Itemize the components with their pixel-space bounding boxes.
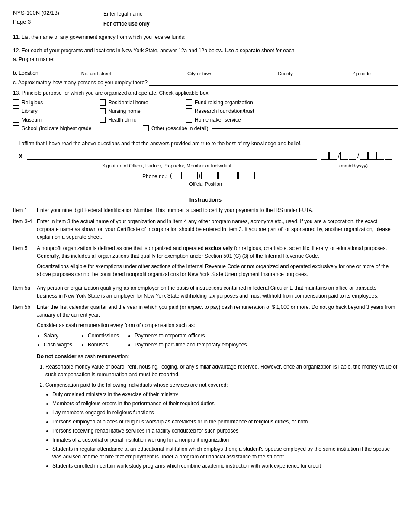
checkbox-other-label: Other (describe in detail) [151, 125, 208, 131]
checkbox-museum[interactable]: Museum [13, 117, 100, 123]
checkbox-research-box[interactable] [186, 108, 192, 114]
item-5-label: Item 5 [13, 244, 37, 281]
date-box-1[interactable] [321, 152, 329, 160]
phone-box-9[interactable] [247, 172, 255, 179]
item-5-text-2: Organizations eligible for exemptions un… [37, 263, 398, 278]
official-position-line[interactable] [19, 179, 140, 179]
date-box-3[interactable] [340, 152, 348, 160]
affirmation-box: I affirm that I have read the above ques… [13, 135, 398, 191]
sub-bullet-2: Members of religious orders in the perfo… [52, 400, 398, 407]
q12-text: 12. For each of your programs and locati… [13, 47, 398, 54]
phone-box-5[interactable] [210, 172, 218, 179]
date-box-6[interactable] [368, 152, 376, 160]
checkbox-row-3: Museum Health clinic Homemaker service [13, 117, 398, 123]
item-5b-label: Item 5b [13, 303, 37, 471]
phone-box-1[interactable] [173, 172, 180, 179]
checkbox-library-box[interactable] [13, 108, 19, 114]
item-5a-text: Any person or organization qualifying as… [37, 285, 379, 299]
checkbox-nursing[interactable]: Nursing home [100, 108, 186, 114]
county-field: County [249, 64, 321, 76]
checkbox-fundraising[interactable]: Fund raising organization [186, 99, 307, 106]
bullet-commissions: Commissions [88, 332, 119, 340]
q12b-label: b. Location: [13, 70, 40, 76]
do-not-consider-text: Do not consider as cash remuneration: [37, 353, 398, 360]
checkbox-homemaker[interactable]: Homemaker service [186, 117, 307, 123]
county-input[interactable] [247, 64, 320, 71]
question-11: 11. List the name of any government agen… [13, 33, 398, 43]
checkbox-other[interactable]: Other (describe in detail) [143, 125, 398, 131]
header-section: NYS-100N (02/13) Page 3 Enter legal name… [13, 9, 398, 29]
checkbox-library[interactable]: Library [13, 108, 100, 114]
q11-text: 11. List the name of any government agen… [13, 33, 398, 41]
sub-bullet-3: Lay members engaged in religious functio… [52, 409, 398, 417]
checkbox-health-label: Health clinic [108, 117, 136, 123]
checkbox-other-box[interactable] [143, 125, 149, 131]
checkbox-homemaker-label: Homemaker service [195, 117, 241, 123]
checkbox-school-box[interactable] [13, 125, 19, 131]
city-input[interactable] [153, 64, 244, 71]
date-box-5[interactable] [360, 152, 368, 160]
question-13: 13. Principle purpose for which you are … [13, 89, 398, 131]
checkbox-row-1: Religious Residential home Fund raising … [13, 99, 398, 106]
checkbox-religious-label: Religious [22, 99, 43, 106]
phone-box-7[interactable] [230, 172, 238, 179]
checkbox-museum-label: Museum [22, 117, 42, 123]
checkbox-residential[interactable]: Residential home [100, 99, 186, 106]
zip-input[interactable] [324, 64, 396, 71]
paren-close: ) [199, 173, 200, 179]
slash-1: / [338, 152, 340, 160]
date-format-label: (mm/dd/yyyy) [315, 163, 392, 168]
phone-box-10[interactable] [256, 172, 263, 179]
checkbox-health-box[interactable] [100, 117, 106, 123]
checkbox-fundraising-box[interactable] [186, 99, 192, 106]
signature-line[interactable] [27, 159, 317, 160]
bullet-cols: Salary Cash wages Commissions Bonuses Pa… [37, 332, 398, 350]
q12c-text: c. Approximately how many persons do you… [13, 80, 148, 86]
checkbox-religious-box[interactable] [13, 99, 19, 106]
phone-box-3[interactable] [190, 172, 198, 179]
checkbox-library-label: Library [22, 108, 38, 114]
checkbox-health[interactable]: Health clinic [100, 117, 186, 123]
sub-bullet-1: Duly ordained ministers in the exercise … [52, 391, 398, 398]
checkbox-homemaker-box[interactable] [186, 117, 192, 123]
checkbox-nursing-box[interactable] [100, 108, 106, 114]
date-box-8[interactable] [385, 152, 392, 160]
checkbox-nursing-label: Nursing home [108, 108, 141, 114]
form-id-section: NYS-100N (02/13) Page 3 [13, 9, 100, 29]
bullet-bonuses: Bonuses [88, 341, 119, 349]
street-input[interactable] [40, 64, 149, 71]
phone-label: Phone no.: [142, 173, 167, 179]
date-box-4[interactable] [349, 152, 356, 160]
checkbox-museum-box[interactable] [13, 117, 19, 123]
phone-box-2[interactable] [181, 172, 189, 179]
checkbox-religious[interactable]: Religious [13, 99, 100, 106]
checkbox-research[interactable]: Research foundation/trust [186, 108, 307, 114]
numbered-list: Reasonable money value of board, rent, h… [45, 363, 398, 470]
checkbox-residential-box[interactable] [100, 99, 106, 106]
sub-bullet-5: Persons receiving rehabilitative service… [52, 427, 398, 435]
dash: - [227, 173, 229, 179]
phone-box-6[interactable] [218, 172, 226, 179]
program-name-input[interactable] [56, 62, 398, 62]
date-box-2[interactable] [329, 152, 337, 160]
item-5b-row: Item 5b Enter the first calendar quarter… [13, 303, 398, 471]
sub-bullet-list: Duly ordained ministers in the exercise … [52, 391, 398, 470]
bullet-col-1: Salary Cash wages [44, 332, 72, 350]
zip-label: Zip code [353, 71, 371, 76]
phone-box-8[interactable] [238, 172, 246, 179]
employ-input[interactable] [149, 85, 398, 86]
legal-name-field[interactable]: Enter legal name [100, 9, 398, 19]
q12a-label: a. Program name: [13, 56, 55, 62]
other-detail-line[interactable] [212, 128, 398, 129]
sig-label: Signature of Officer, Partner, Proprieto… [19, 163, 315, 168]
phone-box-4[interactable] [201, 172, 209, 179]
date-box-7[interactable] [376, 152, 384, 160]
item-1-content: Enter your nine digit Federal Identifica… [37, 206, 398, 214]
bullet-parttime: Payments to part-time and temporary empl… [135, 341, 247, 349]
numbered-item-2: Compensation paid to the following indiv… [45, 381, 398, 470]
checkbox-school[interactable]: School (indicate highest grade _______ [13, 125, 134, 131]
employ-row: c. Approximately how many persons do you… [13, 80, 398, 86]
item-1-label: Item 1 [13, 206, 37, 214]
office-use-label: For office use only [100, 19, 398, 29]
item-5-row: Item 5 A nonprofit organization is defin… [13, 244, 398, 281]
